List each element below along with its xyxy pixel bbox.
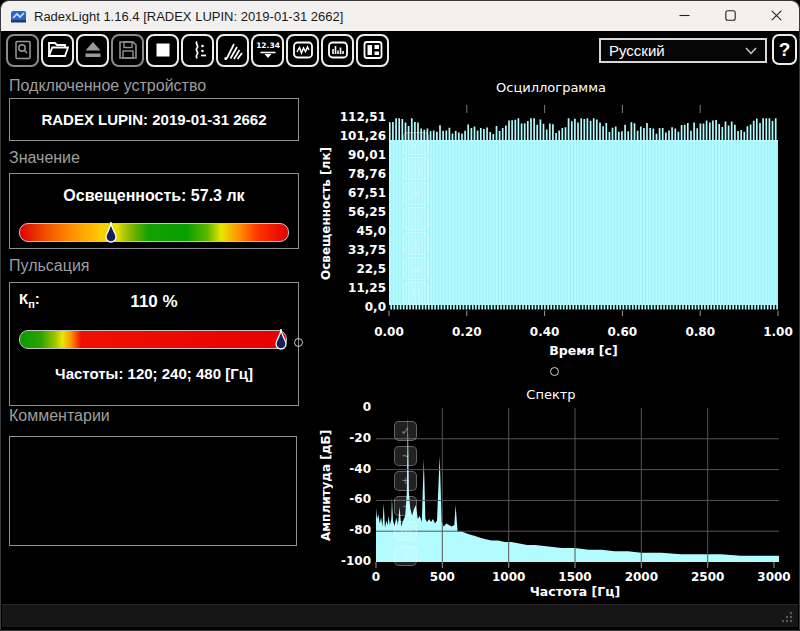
open-file-button[interactable]: [41, 34, 74, 67]
eject-icon: [81, 38, 105, 62]
stop-square-icon: [151, 38, 175, 62]
oscillogram-x-tick-label: 0.00: [359, 325, 419, 339]
more-tool[interactable]: ⋯: [394, 521, 417, 541]
help-button[interactable]: ?: [772, 34, 797, 65]
splitter-grip-vertical[interactable]: [294, 338, 303, 347]
oscillogram-title: Осциллограмма: [301, 80, 800, 95]
light-rays-icon: [221, 38, 245, 62]
device-name: RADEX LUPIN: 2019-01-31 2662: [41, 111, 266, 128]
oscillogram-y-tick-label: 67,51: [301, 186, 386, 200]
zoom-out-tool[interactable]: −: [403, 207, 429, 230]
spectrum-y-tick-label: -60: [301, 492, 371, 506]
zoom-in-tool[interactable]: +: [394, 471, 417, 491]
oscillogram-x-tick-label: 1.00: [748, 325, 800, 339]
spectrum-x-tick-label: 500: [412, 570, 472, 584]
fit-tool[interactable]: H: [403, 282, 429, 305]
numeric-display-button[interactable]: 12.34: [251, 34, 284, 67]
spectrum-x-tick-label: 2500: [678, 570, 738, 584]
frequencies-text: Частоты: 120; 240; 480 [Гц]: [10, 365, 298, 382]
oscillogram-x-tick-label: 0.80: [670, 325, 730, 339]
oscillogram-chart: Осциллограмма Освещенность [лк] Время [с…: [301, 76, 800, 381]
oscillogram-y-tick-label: 112,51: [301, 110, 386, 124]
oscillogram-y-tick-label: 101,26: [301, 129, 386, 143]
oscillogram-x-tick-label: 0.40: [515, 325, 575, 339]
comments-input[interactable]: [9, 436, 297, 546]
svg-text:12.34: 12.34: [256, 41, 280, 50]
minimize-icon: [679, 10, 690, 21]
spectrum-y-tick-label: -100: [301, 554, 371, 568]
spectrum-x-tick-label: 0: [346, 570, 406, 584]
spectrum-chart-toolbar: ✓~+−⋯↕: [394, 421, 417, 566]
illuminance-marker: [105, 221, 117, 244]
resize-grip-icon[interactable]: [779, 609, 794, 624]
oscillogram-y-tick-label: 78,76: [301, 167, 386, 181]
save-floppy-icon: [116, 38, 140, 62]
language-value: Русский: [609, 42, 665, 59]
spectrum-y-tick-label: -20: [301, 431, 371, 445]
oscillogram-x-axis-label: Время [с]: [389, 343, 778, 358]
oscillogram-view-button[interactable]: [286, 34, 319, 67]
illuminance-value: Освещенность: 57.3 лк: [10, 187, 298, 205]
spectrum-x-tick-label: 1000: [479, 570, 539, 584]
save-button[interactable]: [111, 34, 144, 67]
drop-marker-icon: [275, 328, 287, 351]
preview-button[interactable]: [6, 34, 39, 67]
spectrum-y-tick-label: 0: [301, 400, 371, 414]
eject-device-button[interactable]: [76, 34, 109, 67]
chevron-down-icon: [745, 47, 757, 55]
spectrum-x-tick-label: 1500: [545, 570, 605, 584]
cursor-tool[interactable]: |: [403, 232, 429, 255]
select-tool[interactable]: □: [403, 157, 429, 180]
spectrum-view-button[interactable]: [321, 34, 354, 67]
oscillogram-y-tick-label: 90,01: [301, 148, 386, 162]
check-tool[interactable]: ✓: [403, 132, 429, 155]
oscillogram-y-tick-label: 22,5: [301, 262, 386, 276]
toolbar: 12.34 Русский ?: [1, 31, 799, 69]
spectrum-y-tick-label: -40: [301, 462, 371, 476]
spectrum-x-tick-label: 3000: [744, 570, 800, 584]
title-bar: RadexLight 1.16.4 [RADEX LUPIN: 2019-01-…: [1, 1, 799, 32]
comments-section-heading: Комментарии: [9, 407, 110, 425]
spectrum-chart: Спектр Амплитуда [дБ] Частота [Гц] ✓~+−⋯…: [301, 381, 800, 607]
kp-value: 110 %: [10, 292, 298, 312]
light-rays-button[interactable]: [216, 34, 249, 67]
oscillogram-x-tick-label: 0.20: [437, 325, 497, 339]
check-tool[interactable]: ✓: [394, 421, 417, 441]
expand-tool[interactable]: ↕: [394, 546, 417, 566]
oscillogram-x-tick-label: 0.60: [592, 325, 652, 339]
device-section-heading: Подключенное устройство: [9, 77, 206, 95]
pulsation-section-heading: Пульсация: [9, 257, 89, 275]
close-button[interactable]: [753, 1, 799, 30]
device-name-box: RADEX LUPIN: 2019-01-31 2662: [9, 98, 299, 141]
probe-button[interactable]: [181, 34, 214, 67]
wave-tool[interactable]: ~: [394, 446, 417, 466]
minimize-button[interactable]: [661, 1, 707, 30]
value-section-heading: Значение: [9, 149, 80, 167]
close-icon: [771, 10, 782, 21]
spectrum-title: Спектр: [301, 387, 800, 402]
oscillogram-y-tick-label: 56,25: [301, 205, 386, 219]
numeric-display-icon: 12.34: [256, 38, 280, 62]
pulsation-marker: [275, 328, 287, 351]
window-title: RadexLight 1.16.4 [RADEX LUPIN: 2019-01-…: [34, 9, 343, 24]
spectrum-y-tick-label: -80: [301, 523, 371, 537]
illuminance-gauge: [19, 223, 289, 242]
splitter-grip-horizontal[interactable]: [550, 367, 559, 376]
preview-magnifier-icon: [11, 38, 35, 62]
zoom-out-tool[interactable]: −: [394, 496, 417, 516]
oscillogram-icon: [291, 38, 315, 62]
stop-button[interactable]: [146, 34, 179, 67]
oscillogram-y-tick-label: 11,25: [301, 281, 386, 295]
panel-layout-button[interactable]: [356, 34, 389, 67]
language-select[interactable]: Русский: [599, 38, 767, 63]
oscillogram-y-tick-label: 45,0: [301, 224, 386, 238]
zoom-in-tool[interactable]: +: [403, 182, 429, 205]
pan-tool[interactable]: ↔: [403, 257, 429, 280]
maximize-icon: [725, 10, 736, 21]
pulsation-box: Кп: 110 % Частоты: 120; 240; 480 [Гц]: [9, 282, 299, 406]
spectrum-x-axis-label: Частота [Гц]: [376, 584, 774, 599]
oscillogram-chart-toolbar: ✓□+−|↔H: [403, 132, 429, 305]
oscillogram-y-tick-label: 33,75: [301, 243, 386, 257]
maximize-button[interactable]: [707, 1, 753, 30]
probe-waveform-icon: [186, 38, 210, 62]
